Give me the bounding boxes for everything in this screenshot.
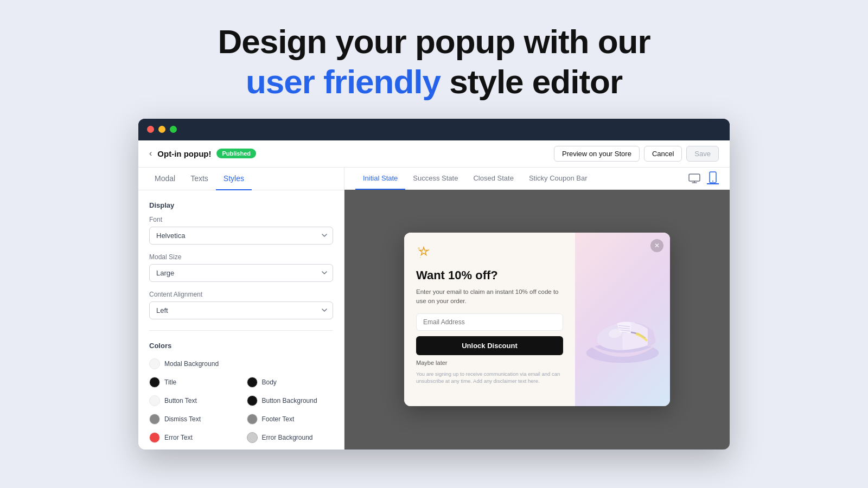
button-background-label: Button Background	[262, 397, 317, 404]
modal-size-field-group: Modal Size Small Medium Large	[149, 253, 333, 282]
modal-popup: ✕	[404, 233, 670, 406]
headline: Design your popup with our user friendly…	[218, 22, 650, 102]
modal-email-input[interactable]	[416, 313, 563, 331]
modal-cta-button[interactable]: Unlock Discount	[416, 336, 563, 355]
color-error-background: Error Background	[247, 432, 334, 443]
desktop-icon[interactable]	[688, 172, 700, 184]
modal-left: Want 10% off? Enter your email to claim …	[404, 233, 575, 406]
page-wrapper: Design your popup with our user friendly…	[0, 0, 868, 488]
color-dismiss-text: Dismiss Text	[149, 414, 236, 425]
tab-styles[interactable]: Styles	[216, 168, 252, 190]
colors-section-label: Colors	[149, 342, 333, 350]
headline-line1: Design your popup with our	[218, 22, 650, 62]
right-panel-tabs: Initial State Success State Closed State…	[344, 168, 730, 190]
color-footer-text: Footer Text	[247, 414, 334, 425]
modal-size-select[interactable]: Small Medium Large	[149, 264, 333, 282]
color-modal-background: Modal Background	[149, 358, 333, 369]
svg-point-5	[420, 257, 421, 258]
left-panel: Modal Texts Styles Display Font Helvetic…	[138, 168, 344, 450]
headline-line2: user friendly style editor	[218, 62, 650, 102]
button-text-label: Button Text	[164, 397, 197, 404]
modal-title: Want 10% off?	[416, 268, 563, 282]
preview-tab-closed[interactable]: Closed State	[465, 168, 521, 190]
modal-size-label: Modal Size	[149, 253, 333, 261]
color-error-text: Error Text	[149, 432, 236, 443]
popup-title: Opt-in popup!	[157, 149, 211, 158]
sneaker-image	[575, 233, 670, 406]
color-col-right: Body Button Background Footer Text	[247, 377, 334, 448]
button-text-swatch[interactable]	[149, 395, 160, 406]
cancel-button[interactable]: Cancel	[644, 146, 682, 162]
body-color-label: Body	[262, 378, 277, 386]
tab-texts[interactable]: Texts	[183, 168, 216, 190]
top-bar: ‹ Opt-in popup! Published Preview on you…	[138, 140, 730, 168]
dismiss-text-swatch[interactable]	[149, 414, 160, 425]
modal-background-swatch[interactable]	[149, 358, 160, 369]
button-background-swatch[interactable]	[247, 395, 258, 406]
color-button-text: Button Text	[149, 395, 236, 406]
preview-tab-initial[interactable]: Initial State	[355, 168, 405, 190]
svg-rect-0	[689, 174, 700, 181]
body-swatch[interactable]	[247, 377, 258, 388]
preview-tabs: Initial State Success State Closed State…	[355, 168, 595, 189]
color-title: Title	[149, 377, 236, 388]
svg-point-2	[712, 181, 713, 182]
error-background-swatch[interactable]	[247, 432, 258, 443]
right-panel: Initial State Success State Closed State…	[344, 168, 730, 450]
preview-tab-sticky[interactable]: Sticky Coupon Bar	[521, 168, 595, 190]
modal-maybe-later[interactable]: Maybe later	[416, 359, 563, 366]
preview-tab-success[interactable]: Success State	[405, 168, 465, 190]
display-section-label: Display	[149, 201, 333, 209]
error-text-label: Error Text	[164, 434, 193, 441]
font-field-group: Font Helvetica Arial Georgia Times New R…	[149, 216, 333, 245]
dismiss-text-label: Dismiss Text	[164, 415, 201, 423]
content-alignment-field-group: Content Alignment Left Center Right	[149, 291, 333, 319]
preview-button[interactable]: Preview on your Store	[554, 146, 640, 162]
browser-window: ‹ Opt-in popup! Published Preview on you…	[138, 119, 730, 450]
error-text-swatch[interactable]	[149, 432, 160, 443]
svg-point-3	[418, 247, 420, 249]
published-badge: Published	[216, 149, 256, 158]
back-arrow-icon[interactable]: ‹	[149, 149, 152, 158]
svg-point-4	[428, 249, 430, 251]
headline-blue: user friendly	[246, 63, 441, 100]
tabs-nav: Modal Texts Styles	[138, 168, 344, 190]
modal-disclaimer: You are signing up to receive communicat…	[416, 370, 563, 385]
mobile-icon[interactable]	[707, 172, 719, 184]
color-col-left: Title Button Text Dismiss Text	[149, 377, 236, 448]
content-alignment-select[interactable]: Left Center Right	[149, 301, 333, 319]
top-bar-right: Preview on your Store Cancel Save	[554, 146, 719, 162]
content-alignment-label: Content Alignment	[149, 291, 333, 298]
modal-description: Enter your email to claim an instant 10%…	[416, 287, 563, 306]
font-label: Font	[149, 216, 333, 223]
main-layout: Modal Texts Styles Display Font Helvetic…	[138, 168, 730, 450]
browser-titlebar	[138, 119, 730, 140]
color-button-background: Button Background	[247, 395, 334, 406]
headline-dark: style editor	[441, 63, 622, 100]
modal-right	[575, 233, 670, 406]
popup-preview-area: ✕	[344, 190, 730, 450]
top-bar-left: ‹ Opt-in popup! Published	[149, 149, 256, 158]
dot-yellow[interactable]	[158, 126, 165, 133]
footer-text-swatch[interactable]	[247, 414, 258, 425]
font-select[interactable]: Helvetica Arial Georgia Times New Roman	[149, 227, 333, 245]
modal-background-label: Modal Background	[164, 360, 219, 368]
save-button[interactable]: Save	[686, 146, 719, 162]
title-color-label: Title	[164, 378, 176, 386]
panel-body: Display Font Helvetica Arial Georgia Tim…	[138, 190, 344, 448]
footer-text-label: Footer Text	[262, 415, 295, 423]
device-icons	[688, 172, 719, 184]
dot-green[interactable]	[170, 126, 177, 133]
divider	[149, 330, 333, 331]
modal-icon	[416, 246, 563, 264]
tab-modal[interactable]: Modal	[147, 168, 183, 190]
dot-red[interactable]	[147, 126, 154, 133]
color-body: Body	[247, 377, 334, 388]
color-grid: Title Button Text Dismiss Text	[149, 377, 333, 448]
title-swatch[interactable]	[149, 377, 160, 388]
error-background-label: Error Background	[262, 434, 313, 441]
browser-content: ‹ Opt-in popup! Published Preview on you…	[138, 140, 730, 450]
